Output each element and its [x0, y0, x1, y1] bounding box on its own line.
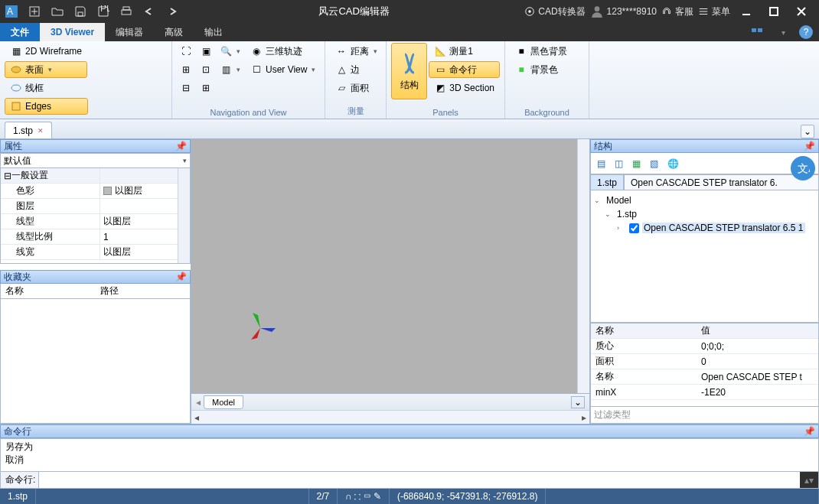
tab-editor[interactable]: 编辑器	[105, 23, 154, 41]
redo-icon[interactable]	[162, 3, 182, 20]
struct-tool-2-icon[interactable]: ◫	[612, 155, 626, 172]
btn-2d-wireframe[interactable]: ▦2D Wireframe	[5, 43, 87, 60]
pp-row[interactable]: 面积0	[591, 354, 818, 369]
save-as-icon[interactable]: PDF	[93, 3, 113, 20]
favorites-list[interactable]	[0, 299, 191, 424]
btn-edge[interactable]: △边	[330, 61, 383, 78]
pin-icon[interactable]: 📌	[175, 272, 187, 282]
status-file: 1.stp	[0, 489, 36, 504]
vp-tab-left-icon[interactable]: ◂	[196, 397, 201, 408]
new-icon[interactable]	[24, 3, 44, 20]
model-tab[interactable]: Model	[204, 395, 243, 409]
tree-checkbox[interactable]	[629, 223, 639, 233]
save-icon[interactable]	[70, 3, 90, 20]
status-empty2	[546, 489, 819, 504]
btn-nav3[interactable]: ▥	[217, 61, 243, 78]
vp-tabs-dd-icon[interactable]: ⌄	[571, 396, 585, 408]
pp-row[interactable]: minX-1E20	[591, 385, 818, 400]
command-scroll-icon[interactable]: ▴▾	[800, 475, 818, 486]
btn-distance[interactable]: ↔距离	[330, 43, 383, 60]
properties-scrollbar[interactable]	[178, 168, 190, 263]
close-icon[interactable]	[791, 3, 811, 20]
tree-node-leaf[interactable]: ›Open CASCADE STEP translator 6.5 1	[592, 221, 817, 235]
filter-input[interactable]: 过滤类型	[590, 407, 819, 424]
btn-measure1[interactable]: 📐测量1	[429, 43, 500, 60]
file-tab[interactable]: 1.stp ✕	[5, 122, 52, 138]
viewport-hscroll[interactable]: ◂▸	[191, 410, 589, 424]
btn-nav2[interactable]: ⊡	[197, 61, 215, 78]
user-account[interactable]: 123****8910	[590, 5, 657, 18]
struct-tool-1-icon[interactable]: ▤	[594, 155, 609, 172]
tab-3d-viewer[interactable]: 3D Viewer	[40, 23, 105, 41]
fav-col-name: 名称	[1, 284, 96, 298]
cad-converter-button[interactable]: CAD转换器	[524, 5, 585, 18]
viewport-scrollbar[interactable]	[577, 139, 589, 393]
btn-edges[interactable]: Edges	[5, 98, 88, 115]
btn-black-bg[interactable]: ■黑色背景	[510, 43, 573, 60]
translate-badge-icon[interactable]: 文A	[791, 156, 815, 180]
viewport-canvas[interactable]	[191, 139, 577, 393]
maximize-icon[interactable]	[764, 3, 784, 20]
wireframe-2d-icon: ▦	[10, 45, 22, 57]
group-measure: 测量	[330, 104, 381, 119]
file-tabs-more-icon[interactable]: ⌄	[801, 125, 814, 138]
print-icon[interactable]	[116, 3, 136, 20]
area-icon: ▱	[335, 82, 348, 94]
svg-text:PDF: PDF	[100, 5, 109, 14]
edges-icon	[10, 100, 22, 112]
undo-icon[interactable]	[139, 3, 159, 20]
svg-point-14	[11, 85, 21, 91]
tab-output[interactable]: 输出	[194, 23, 233, 41]
btn-zoom-window[interactable]: ▣	[197, 43, 215, 60]
btn-structure[interactable]: 结构	[391, 43, 427, 99]
btn-wireframe[interactable]: 线框	[5, 80, 87, 96]
btn-nav4[interactable]: ⊟	[177, 80, 195, 96]
command-input[interactable]	[39, 472, 800, 488]
struct-tab-translator[interactable]: Open CASCADE STEP translator 6.	[624, 174, 819, 190]
prop-row-lscale[interactable]: 线型比例1	[1, 229, 190, 245]
support-button[interactable]: 客服	[661, 5, 693, 18]
minimize-icon[interactable]	[736, 3, 756, 20]
open-icon[interactable]	[47, 3, 67, 20]
file-tab-close-icon[interactable]: ✕	[38, 127, 44, 135]
btn-nav1[interactable]: ⊞	[177, 61, 195, 78]
pin-icon[interactable]: 📌	[175, 141, 187, 151]
pp-row[interactable]: 质心0;0;0;	[591, 339, 818, 354]
struct-tool-5-icon[interactable]: 🌐	[664, 155, 682, 172]
struct-tool-4-icon[interactable]: ▧	[647, 155, 661, 172]
btn-zoom-extents[interactable]: ⛶	[177, 43, 195, 60]
struct-tab-file[interactable]: 1.stp	[590, 174, 624, 190]
btn-surface[interactable]: 表面	[5, 61, 87, 78]
menu-button[interactable]: 菜单	[698, 5, 730, 18]
btn-bg-color[interactable]: ■背景色	[510, 61, 573, 78]
prop-row-layer[interactable]: 图层	[1, 199, 190, 214]
tree-node-file[interactable]: ⌄1.stp	[592, 207, 817, 221]
btn-user-view[interactable]: ☐User View	[245, 61, 321, 78]
zoom-icon: 🔍	[220, 45, 232, 57]
help-icon[interactable]: ?	[799, 25, 813, 39]
btn-area[interactable]: ▱面积	[330, 80, 383, 96]
tab-advanced[interactable]: 高级	[154, 23, 194, 41]
pin-icon[interactable]: 📌	[804, 426, 815, 437]
structure-tree[interactable]: ⌄Model ⌄1.stp ›Open CASCADE STEP transla…	[590, 190, 819, 323]
btn-nav5[interactable]: ⊞	[197, 80, 215, 96]
prop-row-lwidth[interactable]: 线宽以图层	[1, 245, 190, 260]
prop-row-color[interactable]: 色彩以图层	[1, 184, 190, 199]
btn-3d-section[interactable]: ◩3D Section	[429, 80, 500, 96]
pin-icon[interactable]: 📌	[804, 141, 815, 151]
tab-file[interactable]: 文件	[0, 23, 40, 41]
pp-row[interactable]: 名称Open CASCADE STEP t	[591, 369, 818, 385]
struct-tool-3-icon[interactable]: ▦	[629, 155, 644, 172]
file-tab-label: 1.stp	[13, 125, 33, 136]
btn-3d-orbit[interactable]: ◉三维轨迹	[245, 43, 308, 60]
tree-node-model[interactable]: ⌄Model	[592, 193, 817, 207]
btn-zoom[interactable]: 🔍	[217, 43, 243, 60]
svg-rect-10	[770, 8, 778, 15]
settings-icon[interactable]: ▾	[773, 24, 793, 41]
group-navigation-view: Navigation and View	[177, 106, 320, 119]
prop-row-linetype[interactable]: 线型以图层	[1, 214, 190, 229]
status-tools[interactable]: ∩ ⸬ ▭ ✎	[338, 489, 390, 504]
properties-preset-combo[interactable]: 默认值	[0, 153, 191, 168]
btn-commandline[interactable]: ▭命令行	[429, 61, 500, 78]
window-list-icon[interactable]	[747, 24, 767, 41]
